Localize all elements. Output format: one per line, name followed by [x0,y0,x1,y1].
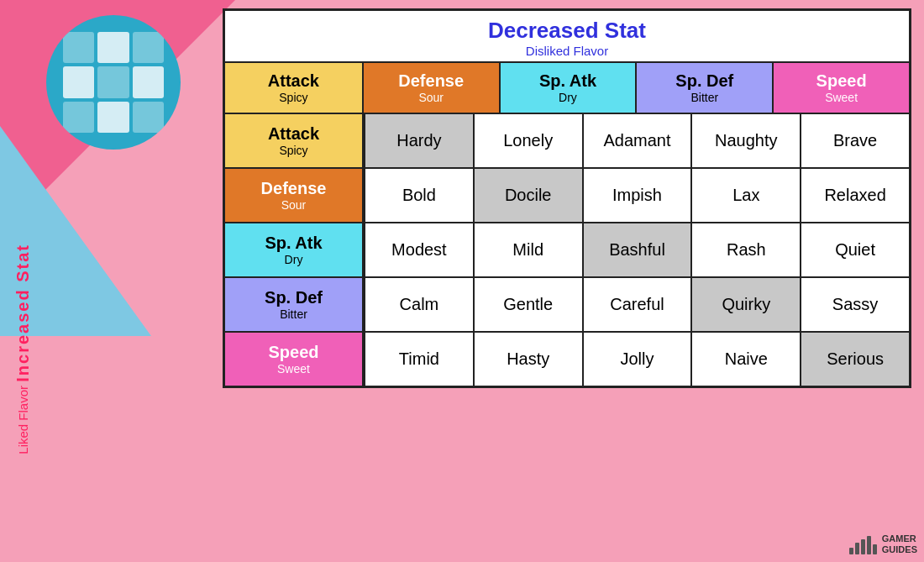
logo-cell [97,66,129,97]
logo-cell [97,102,129,133]
watermark-icon [849,534,877,554]
nature-cell: Relaxed [800,169,909,222]
liked-flavor-label: Liked Flavor [17,386,29,454]
col-header-defense: Defense Sour [362,63,499,113]
nature-cell: Bashful [582,223,691,276]
nature-cell: Careful [582,278,691,331]
nature-cell: Naive [690,333,800,386]
nature-cell: Bold [364,169,473,222]
nature-cell: Sassy [800,278,909,331]
logo-circle [46,15,181,150]
nature-cell: Lonely [473,114,582,167]
row-header-spdef: Sp. DefBitter [225,278,364,331]
logo-cell [133,66,164,97]
bar4 [867,536,871,554]
nature-cell: Impish [582,169,691,222]
nature-cell: Lax [690,169,800,222]
nature-cell: Timid [364,333,473,386]
col-header-spdef: Sp. Def Bitter [635,63,772,113]
watermark-text: GAMER GUIDES [882,533,917,555]
row-header-spatk: Sp. AtkDry [225,223,364,276]
table-row: SpeedSweetTimidHastyJollyNaiveSerious [225,333,909,386]
disliked-flavor-subtitle: Disliked Flavor [225,44,909,58]
logo-cell [63,66,94,97]
left-label-wrapper: Increased Stat Liked Flavor [2,160,44,538]
nature-cell: Quiet [800,223,909,276]
col-header-speed: Speed Sweet [772,63,909,113]
logo-cell [133,32,164,63]
col-header-spatk: Sp. Atk Dry [499,63,636,113]
logo-cell [133,102,164,133]
nature-cell: Hasty [473,333,582,386]
nature-cell: Mild [473,223,582,276]
nature-cell: Brave [800,114,909,167]
logo-grid [63,32,164,133]
nature-cell: Gentle [473,278,582,331]
nature-cell: Calm [364,278,473,331]
nature-cell: Serious [800,333,909,386]
bar5 [873,544,877,554]
nature-cell: Hardy [364,114,473,167]
nature-cell: Naughty [690,114,800,167]
table-row: Sp. AtkDryModestMildBashfulRashQuiet [225,223,909,278]
nature-cell: Adamant [582,114,691,167]
table-header: Decreased Stat Disliked Flavor [225,11,909,63]
row-header-def: DefenseSour [225,169,364,222]
bar1 [849,548,853,554]
watermark: GAMER GUIDES [849,533,917,555]
column-headers: Attack Spicy Defense Sour Sp. Atk Dry Sp… [225,63,909,114]
nature-cell: Rash [690,223,800,276]
nature-cell: Quirky [690,278,800,331]
bar2 [855,543,859,554]
logo-cell [63,102,94,133]
decreased-stat-title: Decreased Stat [225,18,909,44]
col-header-attack: Attack Spicy [225,63,362,113]
nature-cell: Docile [473,169,582,222]
nature-cell: Jolly [582,333,691,386]
increased-stat-label: Increased Stat [14,244,31,382]
row-header-atk: AttackSpicy [225,114,364,167]
data-rows: AttackSpicyHardyLonelyAdamantNaughtyBrav… [225,114,909,386]
nature-table: Decreased Stat Disliked Flavor Attack Sp… [223,8,911,388]
bar3 [861,539,865,554]
nature-cell: Modest [364,223,473,276]
logo-cell [97,32,129,63]
logo-cell [63,32,94,63]
table-row: AttackSpicyHardyLonelyAdamantNaughtyBrav… [225,114,909,169]
table-row: DefenseSourBoldDocileImpishLaxRelaxed [225,169,909,223]
table-row: Sp. DefBitterCalmGentleCarefulQuirkySass… [225,278,909,333]
row-header-speed: SpeedSweet [225,333,364,386]
